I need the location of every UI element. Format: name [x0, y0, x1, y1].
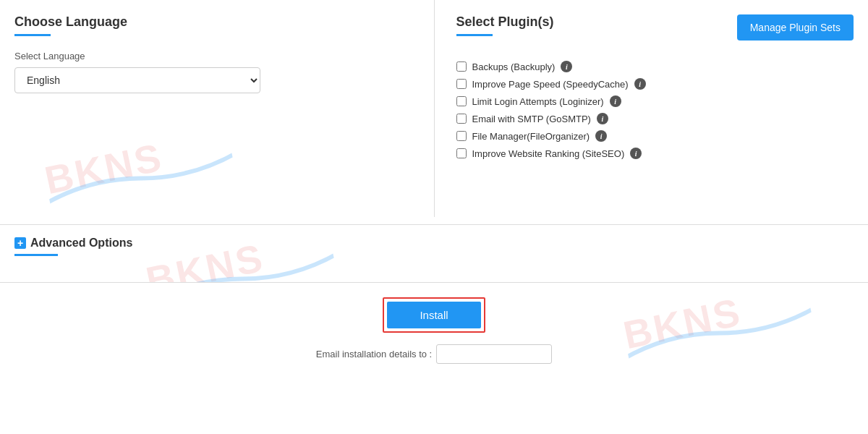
advanced-underline [14, 254, 58, 256]
install-section: BKNS Install Email installation details … [0, 283, 868, 378]
watermark-left: BKNS [38, 109, 237, 214]
plugin-checkbox-speedycache[interactable] [456, 79, 467, 89]
install-button[interactable]: Install [387, 302, 481, 328]
info-icon-siteseo[interactable]: i [630, 148, 642, 159]
plugin-label-siteseo: Improve Website Ranking (SiteSEO) [472, 148, 625, 159]
email-row: Email installation details to : [316, 344, 552, 364]
info-icon-backups[interactable]: i [561, 61, 572, 72]
right-panel-header: Select Plugin(s) Manage Plugin Sets [456, 14, 854, 51]
plugin-checkbox-backups[interactable] [456, 61, 467, 72]
email-label: Email installation details to : [316, 349, 432, 359]
plus-icon[interactable]: + [14, 237, 26, 249]
top-panels: Choose Language Select Language English … [0, 0, 868, 225]
watermark-advanced: BKNS [140, 225, 338, 283]
right-panel: Select Plugin(s) Manage Plugin Sets Back… [435, 0, 869, 217]
plugin-checkbox-fileorganizer[interactable] [456, 131, 467, 141]
plugin-item-fileorganizer: File Manager(FileOrganizer) i [456, 130, 854, 142]
plugin-item-gosmtp: Email with SMTP (GoSMTP) i [456, 113, 854, 124]
plugin-item-loginizer: Limit Login Attempts (Loginizer) i [456, 95, 854, 107]
manage-plugin-sets-button[interactable]: Manage Plugin Sets [737, 14, 854, 41]
select-plugins-underline [456, 34, 493, 36]
advanced-options-title: + Advanced Options [14, 237, 854, 250]
email-input[interactable] [436, 344, 552, 364]
plugin-label-fileorganizer: File Manager(FileOrganizer) [472, 131, 590, 142]
plugin-item-speedycache: Improve Page Speed (SpeedyCache) i [456, 78, 854, 90]
page-wrapper: Choose Language Select Language English … [0, 0, 868, 434]
select-plugins-title: Select Plugin(s) [456, 14, 554, 30]
language-select[interactable]: English French German Spanish Italian Po… [14, 67, 260, 93]
plugin-label-speedycache: Improve Page Speed (SpeedyCache) [472, 79, 629, 90]
select-language-label: Select Language [14, 51, 412, 61]
plugin-item-siteseo: Improve Website Ranking (SiteSEO) i [456, 148, 854, 159]
advanced-options-label: Advanced Options [30, 237, 132, 250]
info-icon-loginizer[interactable]: i [610, 95, 621, 107]
plugin-list: Backups (Backuply) i Improve Page Speed … [456, 61, 854, 159]
plugin-checkbox-gosmtp[interactable] [456, 114, 467, 124]
choose-language-underline [14, 34, 51, 36]
plugin-label-gosmtp: Email with SMTP (GoSMTP) [472, 114, 591, 124]
install-button-wrapper: Install [383, 297, 485, 333]
info-icon-fileorganizer[interactable]: i [595, 130, 607, 142]
plugin-item-backups: Backups (Backuply) i [456, 61, 854, 72]
plugin-label-backups: Backups (Backuply) [472, 61, 556, 72]
svg-text:BKNS: BKNS [619, 289, 745, 357]
left-panel: Choose Language Select Language English … [0, 0, 435, 217]
info-icon-gosmtp[interactable]: i [597, 113, 608, 124]
plugin-checkbox-siteseo[interactable] [456, 148, 467, 158]
info-icon-speedycache[interactable]: i [634, 78, 646, 90]
svg-text:BKNS: BKNS [41, 135, 166, 202]
plugin-label-loginizer: Limit Login Attempts (Loginizer) [472, 96, 604, 107]
plugin-checkbox-loginizer[interactable] [456, 96, 467, 106]
choose-language-title: Choose Language [14, 14, 412, 30]
advanced-section: + Advanced Options BKNS [0, 225, 868, 283]
